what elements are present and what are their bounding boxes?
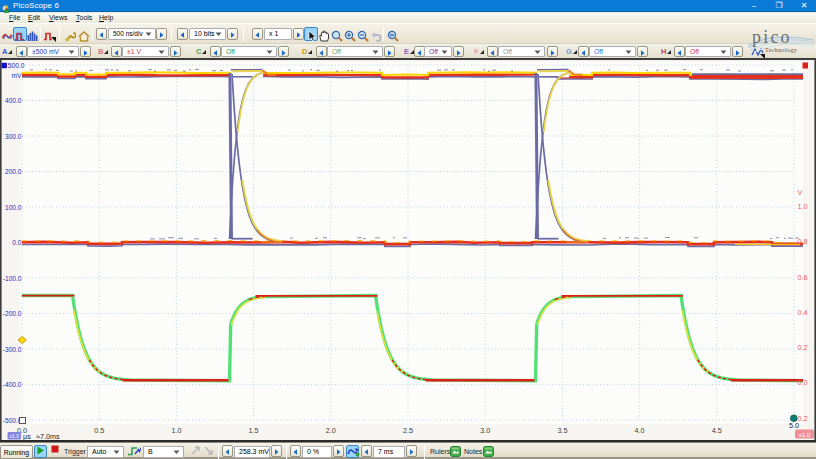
svg-text:-100.0: -100.0: [3, 275, 22, 282]
svg-text:200.0: 200.0: [5, 168, 22, 175]
svg-text:0.6: 0.6: [798, 273, 808, 282]
svg-text:3.5: 3.5: [557, 426, 567, 435]
svg-text:-500.0: -500.0: [3, 417, 22, 424]
svg-text:0.2: 0.2: [798, 414, 808, 423]
svg-text:1.5: 1.5: [249, 426, 259, 435]
svg-text:0.2: 0.2: [798, 343, 808, 352]
svg-text:4.0: 4.0: [635, 426, 645, 435]
svg-text:0.0: 0.0: [798, 378, 808, 387]
svg-text:1.0: 1.0: [798, 202, 808, 211]
svg-text:x1.0: x1.0: [9, 433, 19, 439]
svg-text:-200.0: -200.0: [3, 310, 22, 317]
svg-text:500.0: 500.0: [8, 62, 25, 69]
svg-text:≈7.0ms: ≈7.0ms: [36, 432, 60, 441]
svg-text:μs: μs: [23, 432, 31, 441]
svg-text:300.0: 300.0: [5, 133, 22, 140]
svg-text:0.4: 0.4: [798, 308, 808, 317]
svg-text:pico: pico: [752, 27, 792, 47]
svg-text:0.0: 0.0: [12, 239, 21, 246]
svg-text:x1.0: x1.0: [799, 432, 811, 438]
svg-text:mV: mV: [12, 72, 22, 79]
svg-text:100.0: 100.0: [5, 204, 22, 211]
svg-text:2.5: 2.5: [403, 426, 413, 435]
svg-text:0.5: 0.5: [94, 426, 104, 435]
svg-text:V: V: [798, 188, 803, 197]
svg-text:-300.0: -300.0: [3, 346, 22, 353]
svg-text:0.8: 0.8: [798, 237, 808, 246]
svg-text:-400.0: -400.0: [3, 381, 22, 388]
svg-text:400.0: 400.0: [5, 97, 22, 104]
svg-text:3.0: 3.0: [480, 426, 490, 435]
svg-text:2.0: 2.0: [326, 426, 336, 435]
svg-text:1.0: 1.0: [171, 426, 181, 435]
svg-text:5.0: 5.0: [789, 421, 799, 430]
svg-text:4.5: 4.5: [712, 426, 722, 435]
svg-text:Technology: Technology: [765, 47, 797, 53]
